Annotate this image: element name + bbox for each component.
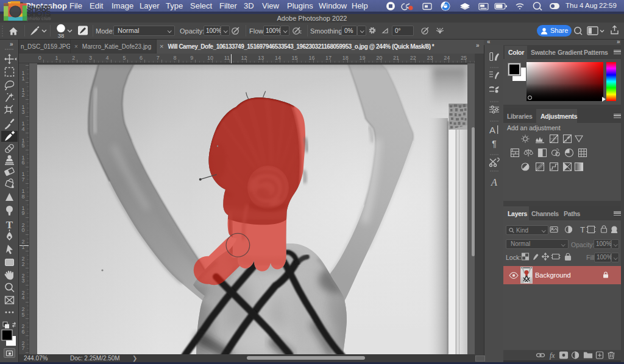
svg-text:A: A <box>491 177 497 187</box>
svg-text:A: A <box>489 125 495 135</box>
svg-text:photo club: photo club <box>27 16 51 21</box>
svg-text:fx: fx <box>550 352 555 360</box>
svg-text:T: T <box>6 219 13 231</box>
svg-text:T: T <box>580 225 585 234</box>
svg-text:¶: ¶ <box>492 139 497 149</box>
